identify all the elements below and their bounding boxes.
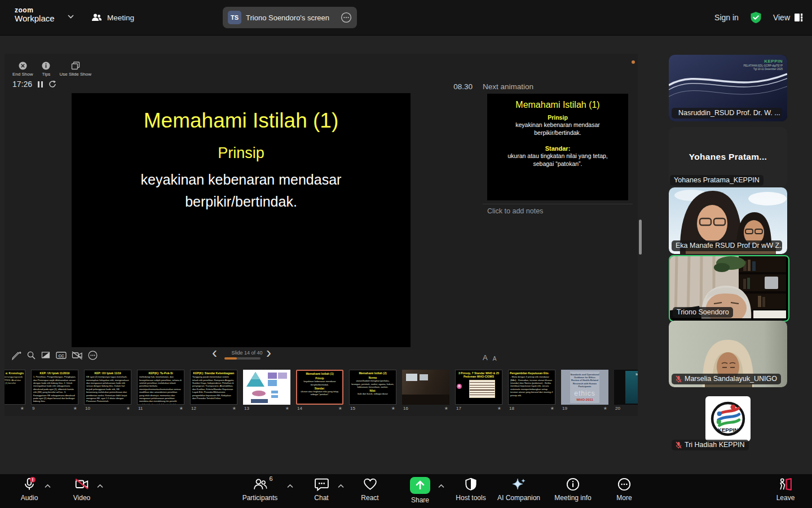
thumbnail-cell: 13★ xyxy=(243,370,290,411)
slide-thumbnail-12[interactable]: KEP(K): Standar Kelembagaan Tanggung jaw… xyxy=(190,370,237,405)
participants-label: Participants xyxy=(242,494,278,502)
thumb-body: KE ayat (2) mempunyai tugas menelaah, me… xyxy=(85,375,131,403)
restart-timer-icon[interactable] xyxy=(48,80,56,88)
animation-star-icon: ★ xyxy=(126,406,130,411)
slide-thumbnail-11[interactable]: KEP(K): Tu-Pok-Si melindungi hak, kesela… xyxy=(137,370,184,405)
scrollbar-thumb[interactable] xyxy=(639,220,642,255)
participant-name-label: Yohanes Pratama_KEPPIN xyxy=(670,175,764,186)
preview-body-line1: keyakinan kebenaran mendasar xyxy=(487,121,628,129)
chat-icon xyxy=(314,477,329,492)
more-label: More xyxy=(616,494,632,502)
react-label: React xyxy=(361,494,378,502)
diagram-thumbnail xyxy=(243,370,290,405)
tab-shared-screen[interactable]: TS Triono Soendoro's screen xyxy=(223,7,357,28)
video-label: Video xyxy=(73,494,90,502)
audio-options-chevron[interactable] xyxy=(45,484,51,488)
notes-placeholder[interactable]: Click to add notes xyxy=(487,207,543,215)
host-tools-label: Host tools xyxy=(456,494,486,502)
pen-icon[interactable] xyxy=(12,351,21,360)
leave-button[interactable]: Leave xyxy=(754,477,812,502)
magnifier-icon[interactable] xyxy=(27,351,36,360)
video-button[interactable]: Video xyxy=(51,477,113,502)
pause-icon[interactable] xyxy=(38,81,43,87)
chevron-down-icon[interactable] xyxy=(68,15,74,19)
thumb-body: melindungi hak, keselamatan, dan kesejah… xyxy=(138,375,184,405)
book-title: Standards and Operational Guidance for E… xyxy=(570,371,599,388)
animation-star-icon: ★ xyxy=(391,406,395,411)
previous-slide-button[interactable]: ‹ xyxy=(212,345,217,361)
svg-text:CC: CC xyxy=(58,354,64,358)
slide-thumbnail-19[interactable]: Standards and Operational Guidance for E… xyxy=(561,370,608,405)
thumb-body: - Mulai dengan 3 prinsip etik mendasar (… xyxy=(509,375,555,397)
slide-thumbnail-13[interactable] xyxy=(243,370,290,405)
slide-thumbnail-17[interactable]: 3 Prinsip, 7 Standar WHO & 25 Pedoman WH… xyxy=(455,370,502,405)
thumbnail-cell: KEP(K): Tu-Pok-Si melindungi hak, kesela… xyxy=(137,370,184,411)
presenter-toolbar: End Show Tips Use Slide Show xyxy=(12,62,91,77)
thumb-title: 3 Prinsip, 7 Standar WHO & 25 Pedoman WH… xyxy=(456,370,502,379)
thumb-number: 19 xyxy=(562,406,567,411)
more-button[interactable]: More xyxy=(593,477,655,502)
ai-companion-button[interactable]: AI Companion xyxy=(488,477,550,502)
camera-off-icon[interactable] xyxy=(72,351,83,360)
subtitles-cc-icon[interactable]: CC xyxy=(56,351,67,360)
ellipsis-icon xyxy=(617,477,632,492)
participants-icon xyxy=(253,477,268,492)
use-slide-show-button[interactable]: Use Slide Show xyxy=(59,62,91,77)
font-decrease-button[interactable]: A xyxy=(493,356,497,362)
thumbnail-cell: Pengambilan Keputusan Etis - Mulai denga… xyxy=(508,370,555,411)
slide-thumbnail-14-current[interactable]: Memahami Istilah (1) Prinsip keyakinan k… xyxy=(296,370,343,405)
slide-thumbnail-20[interactable]: International Guid Health-related Involv xyxy=(614,370,638,405)
slide-thumbnail-8[interactable]: a: Kronologis ber dan kode manusia; bert… xyxy=(5,370,25,405)
preview-body: keyakinan kebenaran mendasar berpikir/be… xyxy=(487,121,628,137)
participant-name: Triono Soendoro xyxy=(677,308,729,316)
slide-thumbnail-10[interactable]: KEP: UU Iptek 11/19 KE ayat (2) mempunya… xyxy=(84,370,131,405)
heart-icon xyxy=(363,477,378,492)
end-show-button[interactable]: End Show xyxy=(12,62,33,77)
book-cover-thumbnail: International Guid Health-related Involv xyxy=(614,370,638,405)
tab-meeting[interactable]: Meeting xyxy=(86,0,140,35)
slide-thumbnail-9[interactable]: KEP: UU Iptek 11/2019 1. Penelitian, Pen… xyxy=(31,370,78,405)
video-tile-nasruddin[interactable]: KEPPIN PELATIHAN EDL-GCRP-digiTEYP Tgl 1… xyxy=(669,55,787,121)
avatar: TS xyxy=(228,11,241,24)
thumb-title: KEP: UU Iptek 11/2019 xyxy=(32,370,78,375)
slide-thumbnail-18[interactable]: Pengambilan Keputusan Etis - Mulai denga… xyxy=(508,370,555,405)
keppin-meeting-badge: KEPPIN PELATIHAN EDL-GCRP-digiTEYP Tgl 1… xyxy=(744,59,783,71)
slide-subtitle: Prinsip xyxy=(72,144,411,162)
tips-button[interactable]: Tips xyxy=(42,62,50,77)
font-increase-button[interactable]: A xyxy=(483,353,488,362)
thumb-number: 12 xyxy=(191,406,196,411)
chat-label: Chat xyxy=(314,494,328,502)
thumb-number: 15 xyxy=(350,406,355,411)
video-tile-triono-active-speaker[interactable]: Triono Soendoro xyxy=(669,255,789,322)
video-tile-yohanes[interactable]: Yohanes Pratam... Yohanes Pratama_KEPPIN xyxy=(669,127,787,187)
animation-star-icon: ★ xyxy=(444,406,448,411)
video-tile-eka[interactable]: Eka Manafe RSUD Prof Dr wW Z... xyxy=(669,187,787,254)
keppin-brand: KEPPIN xyxy=(744,59,783,64)
logo-workplace: Workplace xyxy=(15,14,55,24)
slide-body-line2: berpikir/bertindak. xyxy=(72,191,411,213)
thumb-title: Memahami Istilah (2) xyxy=(350,370,396,375)
audio-label: Audio xyxy=(21,494,38,502)
more-tools-icon[interactable] xyxy=(88,351,98,360)
preview-heading2: Standar: xyxy=(487,145,628,152)
preview-body-line2: berpikir/bertindak. xyxy=(487,129,628,137)
participants-button[interactable]: 6 Participants xyxy=(229,477,291,502)
blackout-slide-icon[interactable] xyxy=(41,351,51,360)
slide-thumbnail-15[interactable]: Memahami Istilah (2) Norma aturan/kaidah… xyxy=(349,370,396,405)
sparkle-icon xyxy=(511,477,527,492)
ellipsis-circle-icon[interactable] xyxy=(341,12,352,23)
participants-panel: KEPPIN PELATIHAN EDL-GCRP-digiTEYP Tgl 1… xyxy=(669,0,787,508)
grid-view-icon xyxy=(794,13,803,22)
video-tile-marselia[interactable]: Marselia Sandalayuk_UNIGO xyxy=(669,321,787,387)
shared-screen-content: End Show Tips Use Slide Show 17:26 xyxy=(5,54,638,416)
notes-font-controls: A A xyxy=(483,353,496,362)
video-options-chevron[interactable] xyxy=(97,484,103,488)
video-tile-tri-hadiah[interactable]: KEPPIN xyxy=(705,396,751,441)
book-who: WHO-2011 xyxy=(570,398,599,401)
next-slide-preview[interactable]: Memahami Istilah (1) Prinsip keyakinan k… xyxy=(487,94,628,200)
share-screen-icon xyxy=(410,477,430,494)
slide-progress-bar xyxy=(224,357,261,360)
slide-thumbnail-16[interactable] xyxy=(402,370,449,405)
animation-star-icon: ★ xyxy=(497,406,501,411)
meeting-control-bar: ! Audio Video xyxy=(0,474,812,508)
